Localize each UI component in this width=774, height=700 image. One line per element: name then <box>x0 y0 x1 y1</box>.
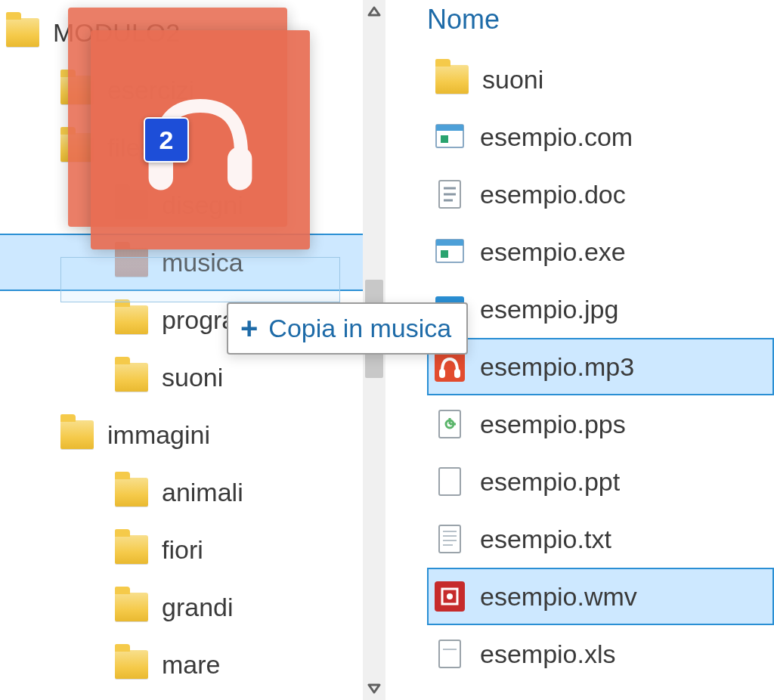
scroll-down-arrow-icon[interactable] <box>363 677 385 700</box>
svg-rect-28 <box>439 640 460 667</box>
folder-icon <box>435 65 469 94</box>
svg-rect-2 <box>441 135 448 143</box>
tree-item[interactable]: animali <box>0 463 385 521</box>
com-icon <box>433 120 466 153</box>
doc-icon <box>433 178 466 211</box>
list-item[interactable]: esempio.mp3 <box>427 338 774 395</box>
list-item[interactable]: esempio.jpg <box>427 280 774 338</box>
list-item[interactable]: esempio.ppt <box>427 453 774 510</box>
svg-rect-9 <box>441 250 448 258</box>
list-item-label: esempio.mp3 <box>480 352 634 382</box>
tree-item[interactable]: disegni <box>0 176 385 234</box>
folder-icon <box>115 363 148 392</box>
plus-icon: + <box>240 311 258 345</box>
svg-rect-20 <box>439 525 460 553</box>
folder-icon <box>115 305 148 334</box>
tree-item-label: immagini <box>107 420 210 450</box>
list-item-label: esempio.txt <box>480 525 611 554</box>
tree-item-label: suoni <box>162 363 223 392</box>
drop-tooltip-label: Copia in musica <box>268 314 451 343</box>
txt-icon <box>433 522 466 556</box>
folder-icon <box>60 76 94 104</box>
tree-item-label: musica <box>162 248 243 277</box>
tree-item-label: animali <box>162 478 243 507</box>
folder-icon <box>115 478 148 506</box>
tree-item[interactable]: suoni <box>0 348 385 406</box>
list-item[interactable]: esempio.doc <box>427 166 774 223</box>
mp3-icon <box>433 350 466 383</box>
list-item[interactable]: esempio.xls <box>427 625 774 683</box>
folder-icon <box>115 190 148 219</box>
tree-item[interactable]: grandi <box>0 578 385 636</box>
scroll-up-arrow-icon[interactable] <box>363 0 385 23</box>
list-item-label: esempio.doc <box>480 180 626 209</box>
tree-item-root[interactable]: MODULO2 <box>0 4 385 61</box>
wmv-icon <box>433 580 466 613</box>
list-item-label: suoni <box>482 65 543 94</box>
list-item[interactable]: esempio.pps <box>427 395 774 453</box>
list-item[interactable]: suoni <box>427 51 774 108</box>
svg-rect-14 <box>435 352 465 382</box>
tree-item[interactable]: immagini <box>0 406 385 463</box>
drop-tooltip: + Copia in musica <box>227 302 468 355</box>
list-item-label: esempio.xls <box>480 640 616 669</box>
list-item-label: esempio.pps <box>480 410 626 439</box>
pps-icon <box>433 407 466 441</box>
tree-item[interactable]: fiori <box>0 521 385 578</box>
list-item-label: esempio.jpg <box>480 295 618 324</box>
tree-item-label: mare <box>162 650 220 680</box>
svg-point-27 <box>447 593 453 599</box>
folder-icon <box>115 650 148 679</box>
list-item-label: esempio.ppt <box>480 467 620 497</box>
tree-item-label: fiori <box>162 535 203 565</box>
exe-icon <box>433 235 466 268</box>
tree-item[interactable]: files <box>0 119 385 176</box>
folder-icon <box>115 593 148 621</box>
list-item[interactable]: esempio.txt <box>427 510 774 568</box>
tree-item[interactable]: musica <box>0 234 385 291</box>
tree-item-label: esercizi <box>107 76 194 105</box>
list-item[interactable]: esempio.wmv <box>427 568 774 625</box>
svg-rect-16 <box>454 369 460 378</box>
tree-item-label: grandi <box>162 593 234 622</box>
list-item-label: esempio.wmv <box>480 582 637 612</box>
folder-icon <box>60 420 94 449</box>
folder-icon <box>115 535 148 564</box>
folder-icon <box>115 248 148 277</box>
folder-icon <box>60 133 94 162</box>
tree-item[interactable]: mare <box>0 636 385 693</box>
tree-item-label: MODULO2 <box>53 18 180 48</box>
tree-item-label: files <box>107 133 153 163</box>
list-item[interactable]: esempio.exe <box>427 223 774 280</box>
list-item[interactable]: esempio.com <box>427 108 774 166</box>
svg-rect-15 <box>439 369 445 378</box>
column-header-name[interactable]: Nome <box>427 4 774 36</box>
svg-rect-8 <box>436 240 463 246</box>
folder-icon <box>6 18 39 47</box>
xls-icon <box>433 637 466 671</box>
tree-item[interactable]: esercizi <box>0 61 385 119</box>
tree-item-label: disegni <box>162 190 243 220</box>
ppt-icon <box>433 465 466 498</box>
list-item-label: esempio.exe <box>480 237 626 267</box>
svg-rect-19 <box>439 468 460 495</box>
svg-rect-1 <box>436 125 463 131</box>
list-item-label: esempio.com <box>480 122 633 152</box>
